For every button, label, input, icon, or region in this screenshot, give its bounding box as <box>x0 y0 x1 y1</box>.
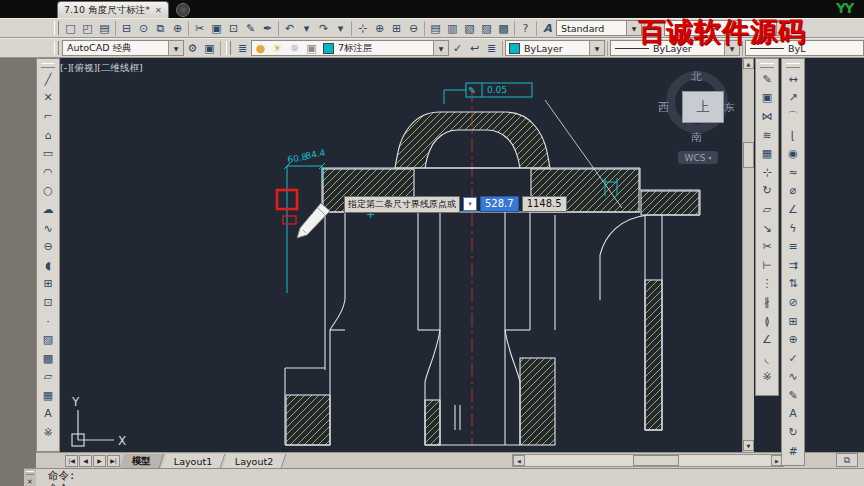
first-tab-button[interactable]: |◀ <box>65 455 78 467</box>
tab-layout2[interactable]: Layout2 <box>223 454 287 468</box>
divide-button[interactable]: ※ <box>39 423 57 442</box>
dim-space-button[interactable]: ⇅ <box>784 275 802 294</box>
toolbar-grip[interactable] <box>54 21 59 35</box>
dynamic-input-y-field[interactable]: 1148.5 <box>522 196 567 212</box>
mirror-button[interactable]: ⋈ <box>758 107 776 126</box>
model-space-canvas[interactable]: 60.8 84.4 ✎ 0.05 Y X <box>54 58 864 452</box>
rotate-button[interactable]: ↻ <box>758 182 776 201</box>
break-at-point-button[interactable]: ⋮ <box>758 275 776 294</box>
tab-layout1[interactable]: Layout1 <box>162 454 226 468</box>
insert-block-button[interactable]: ⊞ <box>39 275 57 294</box>
zoom-previous-button[interactable]: ⊖ <box>405 20 422 37</box>
point-button[interactable]: · <box>39 312 57 331</box>
ellipse-arc-button[interactable]: ◖ <box>39 256 57 275</box>
trim-button[interactable]: ✂ <box>758 237 776 256</box>
offset-button[interactable]: ≋ <box>758 126 776 145</box>
compass-west-label[interactable]: 西 <box>658 100 669 115</box>
properties-palette-button[interactable]: ▤ <box>427 20 444 37</box>
quick-dimension-button[interactable]: ϟ <box>784 219 802 238</box>
dim-text-edit-button[interactable]: A <box>784 405 802 424</box>
hatch-button[interactable]: ▨ <box>39 330 57 349</box>
copy-clip-button[interactable]: ▣ <box>208 20 225 37</box>
layer-lock-icon[interactable]: ▣ <box>303 40 320 57</box>
extend-button[interactable]: ⊢ <box>758 256 776 275</box>
break-button[interactable]: ∦ <box>758 293 776 312</box>
tool-palettes-button[interactable]: ▧ <box>461 20 478 37</box>
dim-style-button[interactable]: # <box>784 442 802 461</box>
command-line-window[interactable]: 命令: 命令: <box>36 468 864 486</box>
layer-vp-freeze-icon[interactable]: ☼ <box>286 40 303 57</box>
layer-combo[interactable]: ●☀☼▣ 7标注层 ▼ <box>251 40 449 56</box>
make-object-layer-current-button[interactable]: ✓ <box>449 40 466 57</box>
dim-inspect-button[interactable]: ✓ <box>784 349 802 368</box>
redo-dropdown[interactable]: ▾ <box>332 20 349 37</box>
explode-button[interactable]: ※ <box>758 368 776 387</box>
rectangle-button[interactable]: ▭ <box>39 144 57 163</box>
revision-cloud-button[interactable]: ☁ <box>39 200 57 219</box>
scale-button[interactable]: ▱ <box>758 200 776 219</box>
zoom-realtime-button[interactable]: ⊕ <box>371 20 388 37</box>
pan-button[interactable]: ⊹ <box>354 20 371 37</box>
tab-model[interactable]: 模型 <box>120 454 165 468</box>
array-button[interactable]: ▦ <box>758 144 776 163</box>
scrollbar-thumb[interactable] <box>743 142 754 168</box>
plot-button[interactable]: ⊟ <box>118 20 135 37</box>
chevron-down-icon[interactable]: ▼ <box>433 41 448 55</box>
compass-north-label[interactable]: 北 <box>691 69 702 84</box>
next-tab-button[interactable]: ▶ <box>93 455 106 467</box>
circle-button[interactable]: ○ <box>39 182 57 201</box>
new-button[interactable]: □ <box>62 20 79 37</box>
workspace-toggle-button[interactable]: ▣ <box>201 40 218 57</box>
scroll-down-arrow[interactable]: ▼ <box>743 440 754 451</box>
drawing-file-tab[interactable]: 7.10 角度尺寸标注* ✕ <box>57 1 169 18</box>
annotation-monitor-button[interactable]: ⧉ <box>836 453 858 467</box>
region-button[interactable]: ▱ <box>39 368 57 387</box>
canvas-horizontal-scrollbar[interactable]: ◀ ▶ <box>512 454 784 467</box>
dim-aligned-button[interactable]: ↗ <box>784 89 802 108</box>
dim-jogged-button[interactable]: ≈ <box>784 163 802 182</box>
close-tab-icon[interactable]: ✕ <box>155 6 162 15</box>
designcenter-button[interactable]: ▥ <box>444 20 461 37</box>
scrollbar-thumb[interactable] <box>633 455 679 466</box>
stretch-button[interactable]: ↘ <box>758 219 776 238</box>
toolbar-grip[interactable] <box>54 41 59 55</box>
markup-set-manager-button[interactable]: ▩ <box>495 20 512 37</box>
redo-button[interactable]: ↷ <box>315 20 332 37</box>
block-editor-button[interactable]: ✒ <box>259 20 276 37</box>
dim-update-button[interactable]: ↻ <box>784 423 802 442</box>
color-combo[interactable]: ByLayer ▼ <box>505 40 605 56</box>
zoom-window-button[interactable]: ⊞ <box>388 20 405 37</box>
toolbar-grip[interactable] <box>760 63 774 68</box>
prev-tab-button[interactable]: ◀ <box>79 455 92 467</box>
dim-diameter-button[interactable]: ⌀ <box>784 182 802 201</box>
gradient-button[interactable]: ▩ <box>39 349 57 368</box>
scroll-left-arrow[interactable]: ◀ <box>513 455 525 466</box>
chevron-down-icon[interactable]: ▼ <box>589 41 604 55</box>
layer-on-bulb-icon[interactable]: ● <box>252 40 269 57</box>
dim-radius-button[interactable]: ◉ <box>784 144 802 163</box>
dim-angular-button[interactable]: ∠ <box>784 200 802 219</box>
multiline-text-button[interactable]: A <box>39 405 57 424</box>
erase-button[interactable]: ✎ <box>758 70 776 89</box>
undo-button[interactable]: ↶ <box>281 20 298 37</box>
toolbar-grip[interactable] <box>786 63 800 68</box>
canvas-vertical-scrollbar[interactable]: ▲ ▼ <box>742 58 754 452</box>
viewport-controls[interactable]: [-][俯视][二维线框] <box>60 62 143 75</box>
undo-dropdown[interactable]: ▾ <box>298 20 315 37</box>
dim-break-button[interactable]: ⊘ <box>784 293 802 312</box>
table-button[interactable]: ▦ <box>39 386 57 405</box>
dim-continue-button[interactable]: ⇉ <box>784 256 802 275</box>
copy-button[interactable]: ▣ <box>758 89 776 108</box>
dim-arc-length-button[interactable]: ⌒ <box>784 107 802 126</box>
dim-baseline-button[interactable]: ≡ <box>784 237 802 256</box>
save-button[interactable]: ▤ <box>96 20 113 37</box>
tolerance-button[interactable]: ⊞ <box>784 312 802 331</box>
publish-button[interactable]: ⧉ <box>152 20 169 37</box>
fillet-button[interactable]: ◟ <box>758 349 776 368</box>
center-mark-button[interactable]: ⊕ <box>784 330 802 349</box>
polygon-button[interactable]: ⌂ <box>39 126 57 145</box>
chevron-down-icon[interactable]: ▼ <box>168 41 183 55</box>
compass-south-label[interactable]: 南 <box>691 130 702 145</box>
selection-grip[interactable] <box>283 216 296 224</box>
join-button[interactable]: ≬ <box>758 312 776 331</box>
